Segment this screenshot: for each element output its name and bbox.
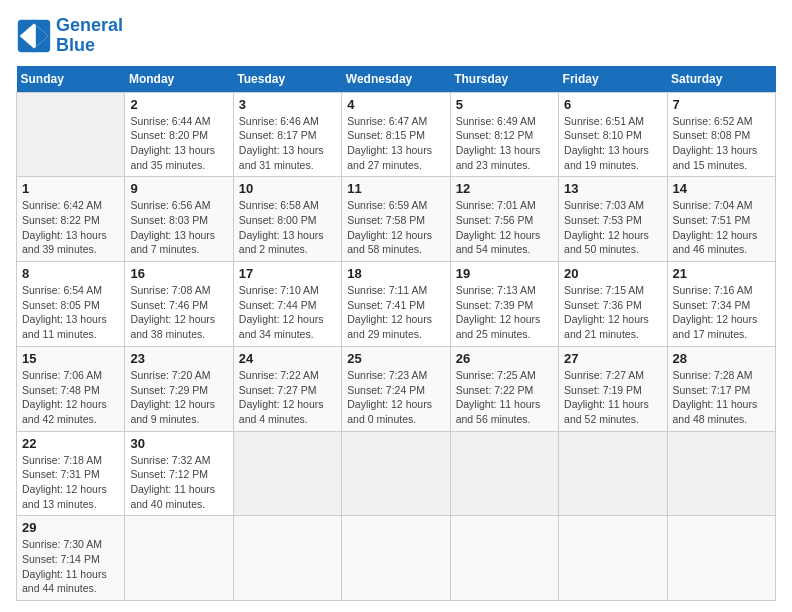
day-number: 21 — [673, 266, 770, 281]
calendar-cell: 19Sunrise: 7:13 AM Sunset: 7:39 PM Dayli… — [450, 262, 558, 347]
calendar-row-5: 29Sunrise: 7:30 AM Sunset: 7:14 PM Dayli… — [17, 516, 776, 601]
calendar-cell: 21Sunrise: 7:16 AM Sunset: 7:34 PM Dayli… — [667, 262, 775, 347]
day-detail: Sunrise: 7:20 AM Sunset: 7:29 PM Dayligh… — [130, 368, 227, 427]
day-detail: Sunrise: 6:49 AM Sunset: 8:12 PM Dayligh… — [456, 114, 553, 173]
day-number: 25 — [347, 351, 444, 366]
calendar-cell: 8Sunrise: 6:54 AM Sunset: 8:05 PM Daylig… — [17, 262, 125, 347]
calendar-cell: 16Sunrise: 7:08 AM Sunset: 7:46 PM Dayli… — [125, 262, 233, 347]
logo: General Blue — [16, 16, 123, 56]
day-number: 20 — [564, 266, 661, 281]
day-number: 12 — [456, 181, 553, 196]
day-number: 8 — [22, 266, 119, 281]
calendar-cell: 26Sunrise: 7:25 AM Sunset: 7:22 PM Dayli… — [450, 346, 558, 431]
day-detail: Sunrise: 7:06 AM Sunset: 7:48 PM Dayligh… — [22, 368, 119, 427]
day-detail: Sunrise: 7:11 AM Sunset: 7:41 PM Dayligh… — [347, 283, 444, 342]
day-detail: Sunrise: 7:10 AM Sunset: 7:44 PM Dayligh… — [239, 283, 336, 342]
day-number: 24 — [239, 351, 336, 366]
calendar-row-4: 22Sunrise: 7:18 AM Sunset: 7:31 PM Dayli… — [17, 431, 776, 516]
calendar-cell — [125, 516, 233, 601]
calendar-cell: 22Sunrise: 7:18 AM Sunset: 7:31 PM Dayli… — [17, 431, 125, 516]
calendar-cell: 27Sunrise: 7:27 AM Sunset: 7:19 PM Dayli… — [559, 346, 667, 431]
day-number: 18 — [347, 266, 444, 281]
calendar-cell: 10Sunrise: 6:58 AM Sunset: 8:00 PM Dayli… — [233, 177, 341, 262]
day-detail: Sunrise: 6:58 AM Sunset: 8:00 PM Dayligh… — [239, 198, 336, 257]
day-detail: Sunrise: 7:28 AM Sunset: 7:17 PM Dayligh… — [673, 368, 770, 427]
day-number: 27 — [564, 351, 661, 366]
day-detail: Sunrise: 7:01 AM Sunset: 7:56 PM Dayligh… — [456, 198, 553, 257]
calendar-cell: 14Sunrise: 7:04 AM Sunset: 7:51 PM Dayli… — [667, 177, 775, 262]
calendar-cell — [667, 516, 775, 601]
calendar-cell — [450, 516, 558, 601]
day-number: 13 — [564, 181, 661, 196]
calendar-cell — [342, 516, 450, 601]
day-detail: Sunrise: 7:22 AM Sunset: 7:27 PM Dayligh… — [239, 368, 336, 427]
day-detail: Sunrise: 6:56 AM Sunset: 8:03 PM Dayligh… — [130, 198, 227, 257]
calendar-cell: 24Sunrise: 7:22 AM Sunset: 7:27 PM Dayli… — [233, 346, 341, 431]
calendar-cell: 13Sunrise: 7:03 AM Sunset: 7:53 PM Dayli… — [559, 177, 667, 262]
calendar-table: SundayMondayTuesdayWednesdayThursdayFrid… — [16, 66, 776, 602]
day-detail: Sunrise: 7:30 AM Sunset: 7:14 PM Dayligh… — [22, 537, 119, 596]
day-number: 28 — [673, 351, 770, 366]
calendar-cell: 17Sunrise: 7:10 AM Sunset: 7:44 PM Dayli… — [233, 262, 341, 347]
day-number: 4 — [347, 97, 444, 112]
day-detail: Sunrise: 6:42 AM Sunset: 8:22 PM Dayligh… — [22, 198, 119, 257]
calendar-cell: 4Sunrise: 6:47 AM Sunset: 8:15 PM Daylig… — [342, 92, 450, 177]
day-number: 29 — [22, 520, 119, 535]
calendar-cell: 29Sunrise: 7:30 AM Sunset: 7:14 PM Dayli… — [17, 516, 125, 601]
calendar-row-0: 2Sunrise: 6:44 AM Sunset: 8:20 PM Daylig… — [17, 92, 776, 177]
day-detail: Sunrise: 7:16 AM Sunset: 7:34 PM Dayligh… — [673, 283, 770, 342]
calendar-cell: 20Sunrise: 7:15 AM Sunset: 7:36 PM Dayli… — [559, 262, 667, 347]
calendar-cell: 5Sunrise: 6:49 AM Sunset: 8:12 PM Daylig… — [450, 92, 558, 177]
day-detail: Sunrise: 7:23 AM Sunset: 7:24 PM Dayligh… — [347, 368, 444, 427]
day-number: 30 — [130, 436, 227, 451]
day-number: 11 — [347, 181, 444, 196]
day-detail: Sunrise: 6:44 AM Sunset: 8:20 PM Dayligh… — [130, 114, 227, 173]
day-detail: Sunrise: 7:25 AM Sunset: 7:22 PM Dayligh… — [456, 368, 553, 427]
calendar-row-2: 8Sunrise: 6:54 AM Sunset: 8:05 PM Daylig… — [17, 262, 776, 347]
calendar-cell: 15Sunrise: 7:06 AM Sunset: 7:48 PM Dayli… — [17, 346, 125, 431]
calendar-cell — [667, 431, 775, 516]
day-number: 10 — [239, 181, 336, 196]
day-detail: Sunrise: 6:54 AM Sunset: 8:05 PM Dayligh… — [22, 283, 119, 342]
calendar-cell — [559, 516, 667, 601]
day-number: 7 — [673, 97, 770, 112]
day-number: 9 — [130, 181, 227, 196]
page-header: General Blue — [16, 16, 776, 56]
calendar-cell — [559, 431, 667, 516]
calendar-cell: 12Sunrise: 7:01 AM Sunset: 7:56 PM Dayli… — [450, 177, 558, 262]
calendar-cell: 9Sunrise: 6:56 AM Sunset: 8:03 PM Daylig… — [125, 177, 233, 262]
calendar-cell: 23Sunrise: 7:20 AM Sunset: 7:29 PM Dayli… — [125, 346, 233, 431]
calendar-cell: 7Sunrise: 6:52 AM Sunset: 8:08 PM Daylig… — [667, 92, 775, 177]
day-number: 23 — [130, 351, 227, 366]
day-detail: Sunrise: 7:18 AM Sunset: 7:31 PM Dayligh… — [22, 453, 119, 512]
logo-icon — [16, 18, 52, 54]
day-detail: Sunrise: 7:04 AM Sunset: 7:51 PM Dayligh… — [673, 198, 770, 257]
calendar-cell: 2Sunrise: 6:44 AM Sunset: 8:20 PM Daylig… — [125, 92, 233, 177]
day-number: 26 — [456, 351, 553, 366]
day-number: 22 — [22, 436, 119, 451]
col-header-thursday: Thursday — [450, 66, 558, 93]
calendar-cell: 1Sunrise: 6:42 AM Sunset: 8:22 PM Daylig… — [17, 177, 125, 262]
calendar-cell — [17, 92, 125, 177]
day-detail: Sunrise: 6:51 AM Sunset: 8:10 PM Dayligh… — [564, 114, 661, 173]
day-number: 6 — [564, 97, 661, 112]
day-number: 16 — [130, 266, 227, 281]
calendar-cell: 18Sunrise: 7:11 AM Sunset: 7:41 PM Dayli… — [342, 262, 450, 347]
day-detail: Sunrise: 6:52 AM Sunset: 8:08 PM Dayligh… — [673, 114, 770, 173]
day-number: 15 — [22, 351, 119, 366]
day-number: 19 — [456, 266, 553, 281]
col-header-monday: Monday — [125, 66, 233, 93]
calendar-cell: 28Sunrise: 7:28 AM Sunset: 7:17 PM Dayli… — [667, 346, 775, 431]
col-header-saturday: Saturday — [667, 66, 775, 93]
calendar-row-3: 15Sunrise: 7:06 AM Sunset: 7:48 PM Dayli… — [17, 346, 776, 431]
calendar-cell — [233, 431, 341, 516]
day-detail: Sunrise: 7:13 AM Sunset: 7:39 PM Dayligh… — [456, 283, 553, 342]
day-detail: Sunrise: 7:08 AM Sunset: 7:46 PM Dayligh… — [130, 283, 227, 342]
day-detail: Sunrise: 7:27 AM Sunset: 7:19 PM Dayligh… — [564, 368, 661, 427]
day-number: 17 — [239, 266, 336, 281]
day-number: 3 — [239, 97, 336, 112]
col-header-wednesday: Wednesday — [342, 66, 450, 93]
day-number: 5 — [456, 97, 553, 112]
col-header-sunday: Sunday — [17, 66, 125, 93]
logo-text: General Blue — [56, 16, 123, 56]
